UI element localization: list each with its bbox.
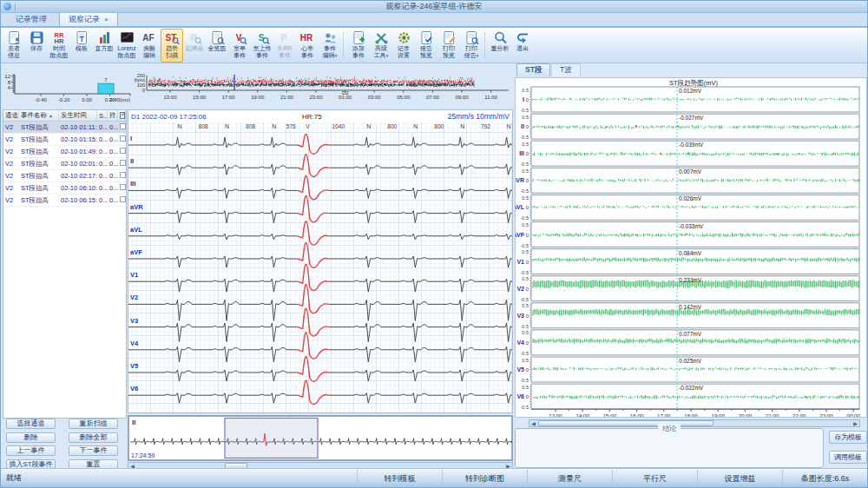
events-table-header[interactable]: 通道事件名称▲发生时间S...持... bbox=[3, 110, 126, 122]
statusbar-item-1[interactable]: 转到诊断图 bbox=[442, 470, 527, 487]
column-header[interactable]: 通道 bbox=[3, 110, 19, 121]
column-header[interactable]: S... bbox=[97, 110, 108, 121]
event-row[interactable]: V2ST段抬高02-10 02:01:...0...0... bbox=[3, 158, 126, 170]
tab-t-wave[interactable]: T波 bbox=[551, 63, 581, 76]
ecg-lead-label-aVR: aVR bbox=[130, 203, 143, 211]
toolbar-button-print-report[interactable]: 打印报告▾ bbox=[460, 29, 483, 63]
event-row[interactable]: V2ST段抬高02-10 06:10:...0...0... bbox=[3, 182, 126, 195]
event-checkbox[interactable] bbox=[120, 184, 126, 190]
svg-text:09:00: 09:00 bbox=[455, 95, 469, 100]
ecg-main-panel[interactable]: D1 2022-02-09 17:25:06HR:7525mm/s 10mm/m… bbox=[128, 109, 513, 413]
rescan-button[interactable]: 重新扫描 bbox=[69, 419, 118, 429]
st-lead-label-V6: V6 bbox=[516, 393, 524, 399]
status-bar: 就绪 转到模板转到诊断图测量尺平行尺设置增益条图长度:6.6s bbox=[1, 468, 867, 487]
st-value-V3: 0.142mV bbox=[679, 304, 702, 310]
statusbar-item-4[interactable]: 设置增益 bbox=[697, 470, 782, 487]
statusbar-item-5[interactable]: 条图长度:6.6s bbox=[782, 470, 867, 487]
toolbar-button-time-scatter[interactable]: RRHR时间散点图 bbox=[48, 29, 70, 63]
toolbar-button-event-edit[interactable]: 事件编辑▾ bbox=[319, 29, 341, 63]
toolbar-button-pvc-events[interactable]: V室早事件 bbox=[228, 29, 251, 63]
tab-close-icon[interactable]: × bbox=[104, 16, 108, 23]
toolbar-button-trend-scan[interactable]: ST趋势扫描 bbox=[161, 29, 183, 63]
ecg-lead-label-V5: V5 bbox=[130, 362, 138, 370]
toolbar-button-exit[interactable]: 退出 bbox=[511, 29, 534, 63]
svg-text:11:00: 11:00 bbox=[484, 95, 497, 100]
load-template-button[interactable]: 调用模板 bbox=[829, 451, 867, 464]
events-table[interactable]: 通道事件名称▲发生时间S...持...V2ST段抬高02-10 01:11:..… bbox=[3, 109, 127, 419]
svg-text:0.5: 0.5 bbox=[522, 195, 529, 201]
toolbar-button-lorenz-scatter[interactable]: Lorenz散点图 bbox=[115, 29, 138, 63]
select-channel-button[interactable]: 选择通道 bbox=[6, 419, 56, 429]
toolbar-button-print-preview[interactable]: 打印预览 bbox=[437, 29, 460, 63]
ecg-lead-label-aVF: aVF bbox=[130, 248, 142, 256]
toolbar-button-template[interactable]: T模板 bbox=[70, 29, 93, 63]
svg-text:19:00: 19:00 bbox=[251, 95, 265, 100]
toolbar-button-record-settings[interactable]: 记录设置 bbox=[392, 29, 415, 63]
svg-text:7: 7 bbox=[104, 77, 108, 82]
next-event-button[interactable]: 下一事件 bbox=[69, 445, 118, 456]
st-lead-label-V4: V4 bbox=[516, 340, 524, 346]
scroll-left-arrow[interactable]: ◀ bbox=[529, 420, 537, 426]
event-checkbox[interactable] bbox=[120, 135, 126, 142]
column-header[interactable]: 发生时间 bbox=[59, 110, 97, 121]
tab-record-manage[interactable]: 记录管理 bbox=[6, 11, 56, 26]
st-value-aVR: 0.007mV bbox=[679, 168, 702, 175]
st-lead-label-aVR: aVR bbox=[516, 177, 524, 183]
conclusion-box[interactable]: 结论 bbox=[515, 428, 824, 468]
toolbar-button-report-preview[interactable]: 报告预览 bbox=[415, 29, 437, 63]
event-checkbox[interactable] bbox=[120, 196, 126, 202]
event-checkbox[interactable] bbox=[120, 172, 126, 178]
save-as-template-button[interactable]: 存为模板 bbox=[829, 431, 867, 444]
toolbar-button-af-edit[interactable]: AF房颤编辑 bbox=[138, 29, 161, 63]
column-header[interactable]: 持... bbox=[108, 110, 118, 121]
toolbar-button-sve-events[interactable]: S室上性事件 bbox=[251, 29, 273, 63]
toolbar-button-overview[interactable]: 全览图 bbox=[206, 29, 228, 63]
toolbar-button-save[interactable]: 保存 bbox=[25, 29, 48, 63]
svg-text:15:00: 15:00 bbox=[603, 412, 617, 417]
toolbar-button-histogram[interactable]: 直方图 bbox=[93, 29, 115, 63]
tab-st-segment[interactable]: ST段 bbox=[516, 63, 550, 76]
toolbar-button-advanced-tools[interactable]: 高级工具▾ bbox=[370, 29, 392, 63]
titlebar: 观察记录-246室早组-许德安 bbox=[1, 1, 867, 13]
toolbar-button-add-event[interactable]: 添加事件 bbox=[347, 29, 370, 63]
toolbar-label-print-preview: 打印预览 bbox=[443, 45, 455, 59]
st-trend-scrollbar[interactable]: ◀▶ bbox=[529, 419, 860, 427]
event-row[interactable]: V2ST段抬高02-10 01:49:...0...0... bbox=[3, 146, 126, 158]
event-row[interactable]: V2ST段抬高02-10 06:15:...0...0... bbox=[3, 195, 126, 207]
event-row[interactable]: V2ST段抬高02-10 01:11:...0...0... bbox=[3, 122, 126, 134]
statusbar-item-3[interactable]: 平行尺 bbox=[612, 470, 697, 487]
delete-button[interactable]: 删除 bbox=[6, 432, 56, 443]
statusbar-item-0[interactable]: 转到模板 bbox=[357, 470, 442, 487]
event-checkbox[interactable] bbox=[120, 148, 126, 154]
event-checkbox[interactable] bbox=[120, 123, 126, 129]
toolbar-button-patient-info[interactable]: 患者信息 bbox=[3, 29, 25, 63]
scroll-right-arrow[interactable]: ▶ bbox=[852, 420, 859, 426]
toolbar-button-hr-events[interactable]: HR心率事件 bbox=[296, 29, 319, 63]
ecg-timestamp: D1 2022-02-09 17:25:06 bbox=[131, 113, 207, 121]
event-checkbox[interactable] bbox=[120, 160, 126, 166]
st-value-V2: 0.233mV bbox=[679, 277, 702, 283]
prev-event-button[interactable]: 上一事件 bbox=[6, 445, 56, 456]
statusbar-item-2[interactable]: 测量尺 bbox=[527, 470, 612, 487]
select-all-checkbox[interactable] bbox=[120, 112, 125, 119]
st-lead-label-III: III bbox=[519, 150, 524, 156]
svg-text:0: 0 bbox=[526, 340, 529, 346]
tab-observe-record[interactable]: 观察记录× bbox=[59, 11, 118, 26]
hr-trend-chart[interactable]: 200(bpm)100013:0015:0017:0019:0021:0023:… bbox=[127, 70, 513, 109]
toolbar-separator bbox=[343, 32, 345, 59]
event-row[interactable]: V2ST段抬高02-10 01:15:...0...0... bbox=[3, 134, 126, 146]
ecg-overview-strip[interactable]: II17:24:59 bbox=[128, 415, 513, 461]
column-header[interactable] bbox=[118, 110, 126, 121]
svg-text:HR: HR bbox=[54, 37, 63, 45]
st-value-I: 0.012mV bbox=[679, 88, 702, 94]
st-trend-panel[interactable]: ST段趋势图(mV)0.5-0.5I00.012mV0.5-0.5II0-0.0… bbox=[515, 77, 867, 418]
ecg-lead-label-V3: V3 bbox=[130, 317, 138, 325]
event-row[interactable]: V2ST段抬高02-10 02:17:...0...0... bbox=[3, 170, 126, 182]
svg-text:N: N bbox=[177, 123, 181, 129]
toolbar-label-sve-events: 室上性事件 bbox=[253, 45, 272, 59]
toolbar-button-reanalyze[interactable]: 重分析 bbox=[489, 29, 511, 63]
svg-text:0: 0 bbox=[526, 287, 529, 292]
column-header[interactable]: 事件名称▲ bbox=[19, 110, 59, 121]
delete-all-button[interactable]: 删除全部 bbox=[69, 432, 118, 443]
scroll-thumb[interactable] bbox=[538, 420, 713, 426]
